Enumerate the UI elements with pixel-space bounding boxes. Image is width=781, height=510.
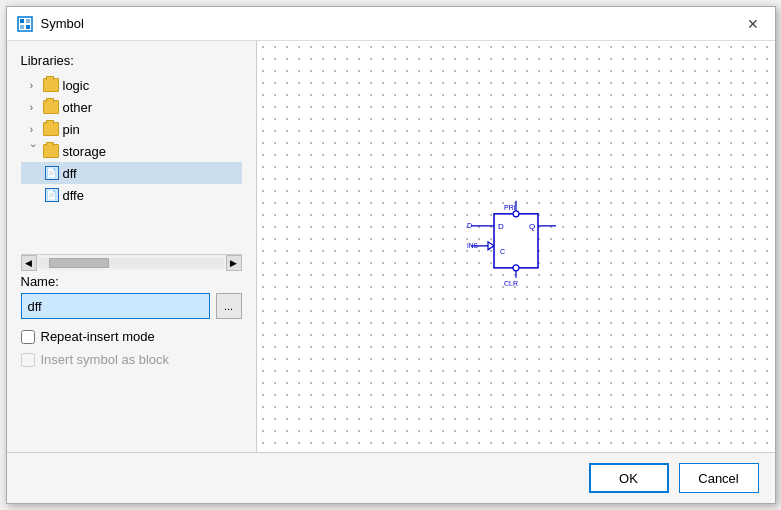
tree-item-pin-label: pin [63,122,80,137]
tree-item-dffe[interactable]: 📄 dffe [21,184,242,206]
tree-item-logic[interactable]: › logic [21,74,242,96]
name-section: Name: ... Repeat-insert mode Insert symb… [21,274,242,375]
chevron-logic: › [25,78,39,92]
chevron-pin: › [25,122,39,136]
scroll-track[interactable] [39,258,224,268]
scroll-right-btn[interactable]: ▶ [226,255,242,271]
horizontal-scrollbar[interactable]: ◀ ▶ [21,254,242,270]
insert-block-row: Insert symbol as block [21,352,242,367]
svg-rect-4 [26,25,30,29]
ok-button[interactable]: OK [589,463,669,493]
folder-icon-other [43,100,59,114]
tree-item-logic-label: logic [63,78,90,93]
browse-button[interactable]: ... [216,293,242,319]
tree-item-storage-label: storage [63,144,106,159]
scroll-thumb[interactable] [49,258,109,268]
repeat-insert-row: Repeat-insert mode [21,329,242,344]
insert-block-checkbox[interactable] [21,353,35,367]
folder-icon-storage [43,144,59,158]
left-panel: Libraries: › logic › other [7,41,257,452]
repeat-insert-checkbox[interactable] [21,330,35,344]
name-row: ... [21,293,242,319]
dff-symbol-svg: D Q PRI CLR D INS C [466,195,566,285]
tree-item-pin[interactable]: › pin [21,118,242,140]
folder-icon-pin [43,122,59,136]
bottom-bar: OK Cancel [7,452,775,503]
chevron-other: › [25,100,39,114]
svg-rect-2 [26,19,30,23]
symbol-preview: D Q PRI CLR D INS C [466,195,566,288]
svg-text:PRI: PRI [504,203,516,210]
tree-item-other-label: other [63,100,93,115]
svg-rect-3 [20,25,24,29]
scroll-left-btn[interactable]: ◀ [21,255,37,271]
svg-text:INS: INS [467,241,479,248]
tree-item-dff[interactable]: 📄 dff [21,162,242,184]
svg-point-12 [513,264,519,270]
chevron-storage: › [25,144,39,158]
svg-point-11 [513,210,519,216]
tree-container: › logic › other › pin [21,74,242,254]
tree-item-other[interactable]: › other [21,96,242,118]
tree-scroll-area[interactable]: › logic › other › pin [21,74,242,254]
dialog-title: Symbol [41,16,84,31]
name-input[interactable] [21,293,210,319]
cancel-button[interactable]: Cancel [679,463,759,493]
title-bar-left: Symbol [17,16,84,32]
svg-rect-1 [20,19,24,23]
title-bar: Symbol ✕ [7,7,775,41]
svg-text:D: D [467,221,472,228]
tree-item-dff-label: dff [63,166,77,181]
tree-item-storage[interactable]: › storage [21,140,242,162]
svg-text:C: C [500,247,505,254]
component-icon-dffe: 📄 [45,188,59,202]
svg-text:CLR: CLR [504,279,518,285]
symbol-dialog: Symbol ✕ Libraries: › logic › [6,6,776,504]
insert-block-label: Insert symbol as block [41,352,170,367]
dialog-icon [17,16,33,32]
folder-icon-logic [43,78,59,92]
name-label: Name: [21,274,242,289]
libraries-label: Libraries: [21,53,242,68]
svg-text:Q: Q [529,221,535,230]
symbol-preview-panel: D Q PRI CLR D INS C [257,41,775,452]
component-icon-dff: 📄 [45,166,59,180]
repeat-insert-label[interactable]: Repeat-insert mode [41,329,155,344]
tree-item-dffe-label: dffe [63,188,84,203]
dialog-body: Libraries: › logic › other [7,41,775,452]
close-button[interactable]: ✕ [741,12,765,36]
svg-text:D: D [498,221,504,230]
